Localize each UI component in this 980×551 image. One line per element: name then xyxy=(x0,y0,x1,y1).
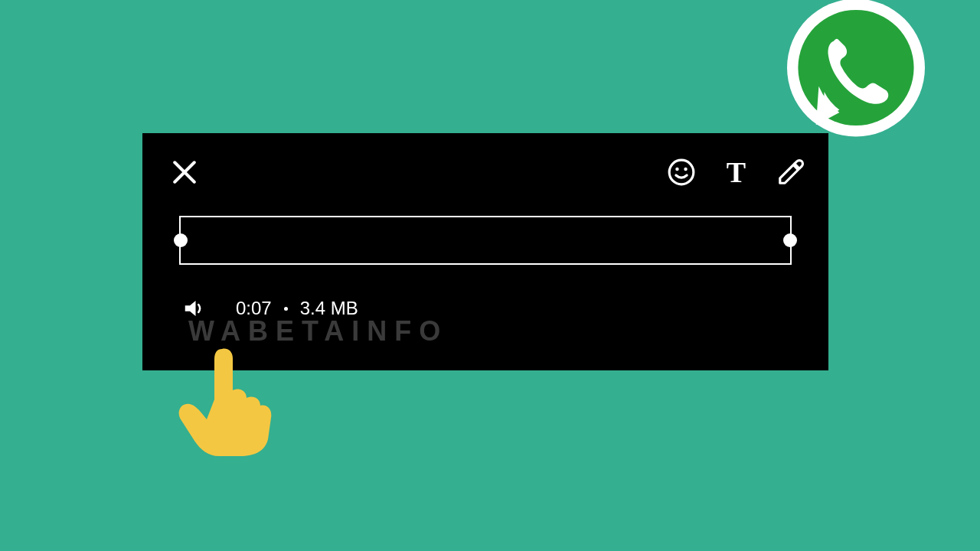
svg-point-6 xyxy=(798,10,913,126)
svg-point-4 xyxy=(684,168,687,171)
svg-point-2 xyxy=(669,160,694,184)
whatsapp-logo xyxy=(773,0,939,161)
duration-label: 0:07 xyxy=(236,298,272,319)
draw-button[interactable] xyxy=(776,158,805,187)
trim-handle-end[interactable] xyxy=(783,233,797,247)
media-editor-panel: T WABETAINFO 0:07 3.4 MB xyxy=(142,133,828,370)
pencil-icon xyxy=(776,158,805,187)
close-icon xyxy=(172,159,198,185)
text-button[interactable]: T xyxy=(727,158,746,187)
separator-dot xyxy=(284,307,288,311)
emoji-icon xyxy=(667,158,696,187)
toolbar: T xyxy=(142,153,828,191)
mute-button[interactable] xyxy=(182,297,205,320)
filesize-label: 3.4 MB xyxy=(300,298,358,319)
video-trim-bar[interactable] xyxy=(179,216,792,265)
svg-point-3 xyxy=(675,168,678,171)
media-info-row: 0:07 3.4 MB xyxy=(182,297,358,320)
speaker-icon xyxy=(182,297,205,320)
watermark: WABETAINFO xyxy=(188,315,448,347)
close-button[interactable] xyxy=(172,159,198,185)
trim-handle-start[interactable] xyxy=(174,233,188,247)
emoji-button[interactable] xyxy=(667,158,696,187)
